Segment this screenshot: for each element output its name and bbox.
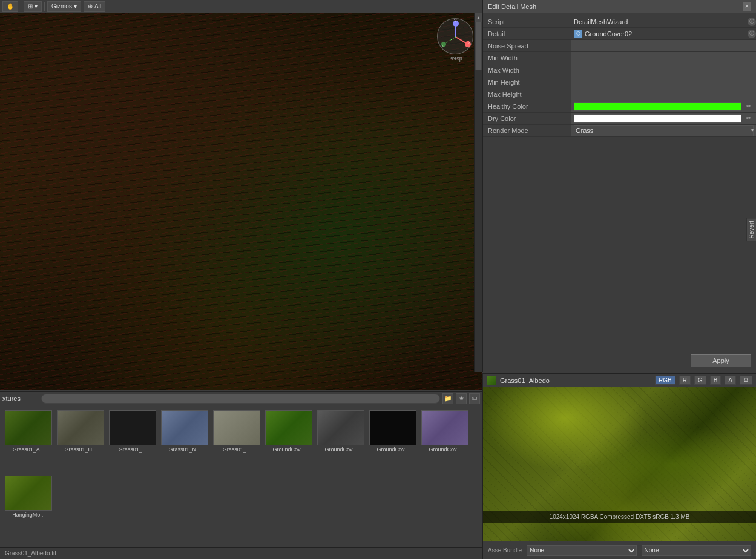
- asset-item[interactable]: Grass01_N...: [161, 410, 208, 471]
- asset-star-button[interactable]: ★: [456, 393, 467, 404]
- asset-search-input[interactable]: [41, 394, 440, 404]
- asset-thumbnail: [57, 410, 104, 445]
- detail-icon: ⬡: [574, 30, 582, 38]
- asset-thumbnail: [161, 410, 208, 445]
- edit-detail-mesh-panel: Edit Detail Mesh × Script DetailMeshWiza…: [482, 0, 756, 372]
- asset-item-label: Grass01_H...: [64, 446, 96, 453]
- asset-item-label: GroundCov...: [429, 446, 461, 453]
- asset-thumbnail: [421, 410, 468, 445]
- min-width-row: Min Width 1: [483, 52, 756, 64]
- min-height-input[interactable]: 1: [574, 79, 754, 86]
- gizmo-x-label: X: [468, 41, 471, 45]
- texture-info-text: 1024x1024 RGBA Compressed DXT5 sRGB 1.3 …: [550, 514, 690, 520]
- min-height-row: Min Height 1: [483, 76, 756, 88]
- toolbar-sep-1: [21, 2, 21, 11]
- dry-color-value[interactable]: ✏: [571, 113, 756, 124]
- properties-area: Script DetailMeshWizard ⓘ Detail ⬡ Groun…: [483, 13, 756, 139]
- channel-b-button[interactable]: B: [710, 376, 721, 385]
- layout-arrow: ▾: [35, 3, 38, 10]
- texture-info-bar: 1024x1024 RGBA Compressed DXT5 sRGB 1.3 …: [483, 511, 756, 523]
- panel-close-button[interactable]: ×: [743, 2, 751, 11]
- asset-item[interactable]: Grass01_A...: [5, 410, 52, 471]
- noise-spread-row: Noise Spread 0.1: [483, 40, 756, 52]
- max-width-input[interactable]: 2: [574, 67, 754, 74]
- layout-button[interactable]: ⊞ ▾: [24, 1, 42, 12]
- channel-rgb-button[interactable]: RGB: [655, 376, 675, 385]
- min-width-value[interactable]: 1: [571, 52, 756, 64]
- max-width-value[interactable]: 2: [571, 64, 756, 76]
- asset-item[interactable]: Grass01_...: [109, 410, 156, 471]
- viewport-grass-overlay: [0, 0, 482, 390]
- dry-color-label: Dry Color: [483, 115, 571, 122]
- render-mode-value[interactable]: Grass VertexLit Unlit ▾: [571, 125, 756, 136]
- render-mode-select[interactable]: Grass VertexLit Unlit: [574, 125, 754, 136]
- noise-spread-value[interactable]: 0.1: [571, 40, 756, 51]
- noise-spread-label: Noise Spread: [483, 42, 571, 50]
- asset-folder-button[interactable]: 📁: [442, 393, 453, 404]
- dry-color-swatch[interactable]: [574, 114, 741, 123]
- asset-item[interactable]: Grass01_...: [213, 410, 260, 471]
- gizmos-button[interactable]: Gizmos ▾: [47, 1, 81, 12]
- panel-header: Edit Detail Mesh ×: [483, 0, 756, 13]
- asset-thumbnail: [317, 410, 364, 445]
- min-width-input[interactable]: 1: [574, 54, 754, 62]
- asset-label-button[interactable]: 🏷: [469, 393, 480, 404]
- min-height-value[interactable]: 1: [571, 76, 756, 88]
- max-height-value[interactable]: 2: [571, 88, 756, 100]
- asset-item[interactable]: GroundCov...: [421, 410, 468, 471]
- right-scrollbar: ▲ ▼: [474, 13, 482, 372]
- channel-r-button[interactable]: R: [679, 376, 691, 385]
- channel-a-button[interactable]: A: [725, 376, 736, 385]
- dry-color-row: Dry Color ✏: [483, 113, 756, 125]
- asset-item[interactable]: HangingMo...: [5, 476, 52, 536]
- healthy-color-value[interactable]: ✏: [571, 100, 756, 112]
- asset-thumbnail: [265, 410, 312, 445]
- asset-bundle-select[interactable]: None: [527, 545, 636, 556]
- script-value: DetailMeshWizard: [571, 18, 630, 25]
- channel-g-button[interactable]: G: [694, 376, 706, 385]
- viewport-toolbar: ✋ ⊞ ▾ Gizmos ▾ ⊕ All: [0, 0, 482, 13]
- noise-spread-input[interactable]: 0.1: [574, 42, 754, 50]
- channel-extra-button[interactable]: ⚙: [740, 376, 752, 385]
- asset-item-label: GroundCov...: [273, 446, 305, 453]
- healthy-color-swatch[interactable]: [574, 102, 741, 111]
- min-width-label: Min Width: [483, 54, 571, 62]
- viewport-gizmo[interactable]: Y X z Persp: [434, 18, 476, 60]
- render-mode-row: Render Mode Grass VertexLit Unlit ▾: [483, 125, 756, 137]
- asset-item-label: Grass01_...: [223, 446, 251, 453]
- asset-bundle-variant-select[interactable]: None: [642, 545, 751, 556]
- healthy-color-picker-button[interactable]: ✏: [744, 102, 754, 111]
- persp-label: Persp: [434, 56, 476, 62]
- toolbar-sep-2: [44, 2, 45, 11]
- asset-item-label: GroundCov...: [325, 446, 357, 453]
- asset-item[interactable]: GroundCov...: [317, 410, 364, 471]
- max-height-label: Max Height: [483, 91, 571, 98]
- texture-preview-panel: Grass01_Albedo RGB R G B A ⚙ 1024x1024 R…: [482, 373, 756, 559]
- asset-item-label: GroundCov...: [377, 446, 409, 453]
- asset-item[interactable]: GroundCov...: [265, 410, 312, 471]
- asset-item-label: Grass01_N...: [168, 446, 200, 453]
- layout-icon: ⊞: [28, 3, 33, 10]
- asset-item[interactable]: Grass01_H...: [57, 410, 104, 471]
- asset-thumbnail: [369, 410, 416, 445]
- detail-label: Detail: [483, 30, 571, 38]
- texture-name: Grass01_Albedo: [500, 377, 651, 384]
- apply-area: Apply: [691, 354, 751, 367]
- texture-footer: AssetBundle None None: [483, 541, 756, 559]
- all-button[interactable]: ⊕ All: [84, 1, 105, 12]
- all-label: All: [94, 3, 101, 10]
- max-height-input[interactable]: 2: [574, 91, 754, 98]
- detail-value: GroundCover02: [585, 30, 632, 38]
- gizmo-z-label: z: [442, 44, 444, 47]
- asset-bundle-label: AssetBundle: [488, 547, 522, 554]
- asset-browser-title: xtures: [2, 395, 39, 402]
- max-width-row: Max Width 2: [483, 64, 756, 76]
- revert-button[interactable]: Revert: [746, 218, 756, 241]
- detail-info-button[interactable]: ⓘ: [748, 30, 756, 38]
- asset-item[interactable]: GroundCov...: [369, 410, 416, 471]
- script-info-button[interactable]: ⓘ: [748, 18, 756, 26]
- asset-item-label: Grass01_A...: [13, 446, 45, 453]
- hand-tool-button[interactable]: ✋: [2, 1, 18, 12]
- dry-color-picker-button[interactable]: ✏: [744, 114, 754, 123]
- apply-button[interactable]: Apply: [691, 354, 751, 367]
